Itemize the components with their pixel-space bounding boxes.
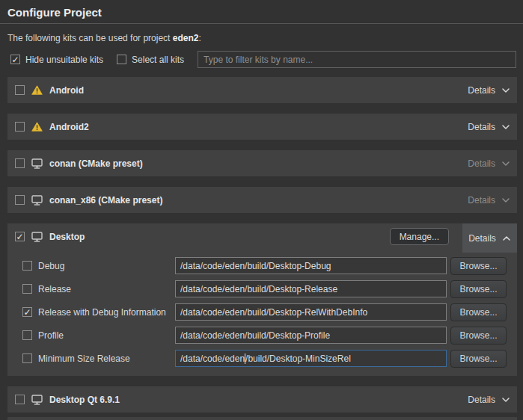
details-toggle-android[interactable]: Details [466, 85, 512, 96]
build-config-list: Debug/data/code/eden/build/Desktop-Debug… [7, 250, 517, 376]
browse-button-release[interactable]: Browse... [450, 280, 507, 298]
monitor-icon [31, 195, 43, 206]
chevron-down-icon [501, 124, 510, 130]
monitor-icon [31, 232, 43, 242]
config-row-minimum-size-release: Minimum Size Release/data/code/eden/buil… [7, 347, 517, 370]
config-row-debug: Debug/data/code/eden/build/Desktop-Debug… [7, 254, 517, 277]
monitor-icon [31, 158, 43, 169]
warning-icon [31, 85, 43, 95]
config-checkbox-minimum-size-release[interactable] [22, 353, 32, 363]
kit-name-conan-cmake-preset: conan (CMake preset) [49, 158, 143, 169]
manage-button[interactable]: Manage... [390, 228, 449, 245]
monitor-icon-wrap [31, 195, 43, 206]
browse-button-debug[interactable]: Browse... [450, 257, 507, 275]
details-toggle-conan-cmake-preset[interactable]: Details [466, 158, 512, 169]
select-all-kits-checkbox[interactable] [117, 55, 126, 64]
kit-name-conan-x86-cmake-preset: conan_x86 (CMake preset) [49, 195, 162, 206]
build-dir-input-release[interactable]: /data/code/eden/build/Desktop-Release [175, 280, 447, 297]
kit-row-android2: Android2Details [7, 114, 517, 140]
config-row-release-with-debug-information: ✓Release with Debug Information/data/cod… [7, 300, 517, 324]
select-all-kits-control: Select all kits [117, 55, 184, 65]
kit-filter-input[interactable] [198, 51, 516, 68]
config-label-release-with-debug-information: Release with Debug Information [38, 307, 166, 318]
kit-checkbox-android2[interactable] [15, 122, 25, 132]
kit-name-android2: Android2 [49, 122, 89, 132]
config-checkbox-release[interactable] [22, 284, 32, 294]
build-dir-input-profile[interactable]: /data/code/eden/build/Desktop-Profile [175, 327, 447, 344]
kit-row-desktop-qt-6-9-1: Desktop Qt 6.9.1Details [7, 386, 517, 413]
browse-button-profile[interactable]: Browse... [450, 327, 507, 345]
config-checkbox-debug[interactable] [22, 261, 32, 271]
config-row-profile: Profile/data/code/eden/build/Desktop-Pro… [7, 324, 517, 347]
kit-checkbox-android[interactable] [15, 85, 25, 95]
kit-name-desktop: Desktop [49, 232, 85, 242]
partial-kit-row [7, 417, 517, 420]
monitor-icon-wrap [31, 395, 43, 405]
browse-button-release-with-debug-information[interactable]: Browse... [450, 303, 507, 321]
details-label: Details [468, 195, 495, 206]
kit-row-desktop: ✓DesktopManage... [7, 223, 517, 250]
monitor-icon [31, 395, 43, 405]
chevron-down-icon [501, 197, 510, 203]
kit-row-android: AndroidDetails [7, 77, 517, 103]
project-name: eden2 [173, 33, 199, 43]
build-dir-input-minimum-size-release[interactable]: /data/code/eden/build/Desktop-MinSizeRel [175, 350, 447, 367]
kit-checkbox-conan-x86-cmake-preset[interactable] [15, 195, 25, 205]
config-checkbox-profile[interactable] [22, 330, 32, 340]
kit-list: AndroidDetailsAndroid2Detailsconan (CMak… [7, 77, 517, 413]
kit-row-conan-x86-cmake-preset: conan_x86 (CMake preset)Details [7, 187, 517, 213]
subtitle-text: The following kits can be used for proje… [7, 33, 173, 43]
hide-unsuitable-kits-label: Hide unsuitable kits [25, 55, 103, 65]
config-checkbox-release-with-debug-information[interactable]: ✓ [22, 307, 32, 317]
page-title: Configure Project [0, 0, 523, 23]
config-label-profile: Profile [38, 330, 64, 341]
config-row-release: Release/data/code/eden/build/Desktop-Rel… [7, 277, 517, 300]
details-label: Details [468, 85, 495, 96]
monitor-icon-wrap [31, 158, 43, 169]
config-label-debug: Debug [38, 261, 64, 271]
chevron-down-icon [501, 397, 510, 403]
kit-row-conan-cmake-preset: conan (CMake preset)Details [7, 150, 517, 176]
chevron-down-icon [501, 161, 510, 167]
kits-subtitle: The following kits can be used for proje… [7, 33, 516, 43]
warning-icon-wrap [31, 85, 43, 95]
warning-icon-wrap [31, 122, 43, 132]
details-label: Details [468, 122, 495, 132]
kit-checkbox-desktop[interactable]: ✓ [15, 232, 25, 241]
config-label-minimum-size-release: Minimum Size Release [38, 353, 130, 364]
details-toggle-android2[interactable]: Details [466, 122, 512, 132]
warning-icon [31, 122, 43, 132]
details-toggle-desktop[interactable]: Details [462, 223, 517, 253]
select-all-kits-label: Select all kits [132, 55, 184, 65]
build-dir-input-release-with-debug-information[interactable]: /data/code/eden/build/Desktop-RelWithDeb… [175, 303, 447, 321]
kit-checkbox-conan-cmake-preset[interactable] [15, 158, 25, 168]
hide-unsuitable-kits-checkbox[interactable]: ✓ [10, 55, 20, 64]
hide-unsuitable-kits-control: ✓ Hide unsuitable kits [10, 55, 103, 65]
configure-project-page: Configure Project The following kits can… [0, 0, 523, 420]
config-label-release: Release [38, 284, 71, 294]
details-label: Details [468, 395, 495, 405]
details-toggle-desktop-qt-6-9-1[interactable]: Details [466, 395, 512, 405]
details-label: Details [468, 233, 496, 244]
kit-group-desktop: ✓DesktopManage...DetailsDebug/data/code/… [7, 223, 517, 376]
kit-name-desktop-qt-6-9-1: Desktop Qt 6.9.1 [49, 395, 120, 405]
details-toggle-conan-x86-cmake-preset[interactable]: Details [466, 195, 512, 206]
chevron-down-icon [501, 87, 510, 93]
details-label: Details [468, 158, 495, 169]
chevron-up-icon [502, 235, 511, 241]
browse-button-minimum-size-release[interactable]: Browse... [450, 350, 507, 368]
kit-filter-controls: ✓ Hide unsuitable kits Select all kits [10, 51, 516, 68]
kit-checkbox-desktop-qt-6-9-1[interactable] [15, 395, 25, 404]
title-divider [0, 23, 523, 24]
kit-name-android: Android [49, 85, 84, 96]
monitor-icon-wrap [31, 232, 43, 242]
build-dir-input-debug[interactable]: /data/code/eden/build/Desktop-Debug [175, 257, 447, 274]
